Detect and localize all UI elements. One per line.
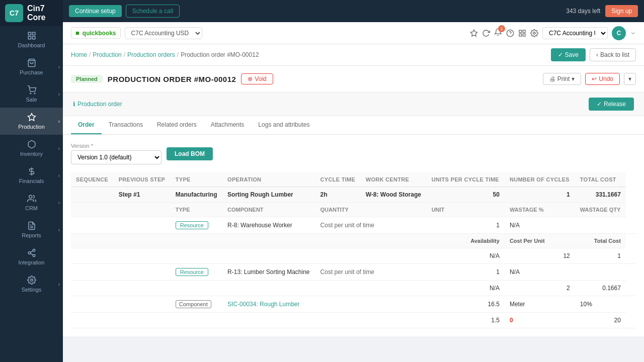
sidebar-item-integration[interactable]: Integration <box>0 243 63 270</box>
tab-order[interactable]: Order <box>71 116 102 134</box>
print-icon: 🖨 <box>549 75 555 82</box>
sub-header: ■ quickbooks C7C Accounting USD 1 C7C Ac… <box>63 22 644 44</box>
table-row: Resource R-13: Lumber Sorting Machine Co… <box>71 264 636 281</box>
breadcrumb-production-orders[interactable]: Production orders <box>127 51 175 58</box>
back-to-list-button[interactable]: ‹ Back to list <box>590 48 636 61</box>
breadcrumb-home[interactable]: Home <box>71 51 87 58</box>
user-chevron-icon[interactable] <box>630 30 636 36</box>
comp3-wastage-pct: 10% <box>575 296 626 313</box>
step-units-per-cycle: 50 <box>427 187 505 203</box>
th-total-cost: Total Cost <box>575 172 626 187</box>
sub-header-left: ■ quickbooks C7C Accounting USD <box>71 27 202 39</box>
tab-logs-attributes[interactable]: Logs and attributes <box>251 116 316 134</box>
sidebar-item-label: Settings <box>22 287 42 293</box>
step-operation: Sorting Rough Lumber <box>222 187 315 203</box>
svg-line-15 <box>30 253 33 255</box>
chevron-right-icon: › <box>58 282 60 287</box>
tab-attachments[interactable]: Attachments <box>204 116 252 134</box>
step-cycle-time: 2h <box>315 187 361 203</box>
comp-unit-header: Unit <box>427 203 505 217</box>
save-button[interactable]: ✓ Save <box>551 48 586 61</box>
comp3-quantity: 16.5 <box>427 296 505 313</box>
print-button[interactable]: 🖨 Print ▾ <box>543 73 582 85</box>
comp-unit: N/A <box>505 217 575 234</box>
sidebar-item-financials[interactable]: Financials › <box>0 162 63 189</box>
step-sequence <box>71 187 114 203</box>
signup-button[interactable]: Sign up <box>605 5 638 17</box>
sidebar-item-label: Reports <box>22 232 41 238</box>
svg-rect-0 <box>28 32 31 35</box>
tabs-row: Order Transactions Related orders Attach… <box>63 116 644 135</box>
save-check-icon: ✓ <box>558 51 563 58</box>
svg-rect-1 <box>32 32 35 35</box>
table-row: N/A 2 0.1667 <box>71 281 636 296</box>
undo-button[interactable]: ↩ Undo <box>585 73 620 85</box>
comp2-unit: N/A <box>505 264 575 281</box>
company-select[interactable]: C7C Accounting U... <box>542 27 608 39</box>
refresh-icon[interactable] <box>482 29 490 37</box>
grid-icon[interactable] <box>518 29 526 37</box>
continue-setup-button[interactable]: Continue setup <box>69 5 122 17</box>
tab-related-orders[interactable]: Related orders <box>150 116 204 134</box>
comp-quantity-header: Quantity <box>315 203 427 217</box>
sidebar-item-crm[interactable]: CRM › <box>0 189 63 216</box>
comp-component-header: Component <box>222 203 315 217</box>
sidebar-item-settings[interactable]: Settings › <box>0 270 63 298</box>
void-button[interactable]: ⊗ Void <box>241 73 273 84</box>
work-table: Sequence Previous Step Type Operation Cy… <box>71 172 636 328</box>
table-row: Type Component Quantity Unit Wastage % W… <box>71 203 636 217</box>
sidebar-item-sale[interactable]: Sale › <box>0 80 63 108</box>
help-icon[interactable] <box>506 29 514 37</box>
order-content: Version * Version 1.0 (default) Load BOM… <box>63 135 644 336</box>
sidebar-item-label: Purchase <box>20 69 43 75</box>
chevron-right-icon: › <box>58 92 60 97</box>
svg-rect-21 <box>519 30 522 33</box>
comp-wastage-pct-header: Wastage % <box>505 203 575 217</box>
comp-wastage-pct <box>575 217 626 234</box>
table-row: N/A 12 1 <box>71 248 636 264</box>
version-select[interactable]: Version 1.0 (default) <box>71 150 162 164</box>
version-label: Version * <box>71 143 162 149</box>
sidebar-item-label: Financials <box>19 178 44 184</box>
svg-point-17 <box>30 279 33 282</box>
sidebar-item-dashboard[interactable]: Dashboard <box>0 26 63 53</box>
accounting-select[interactable]: C7C Accounting USD <box>125 27 202 39</box>
production-order-link[interactable]: ℹ Production order <box>73 101 122 108</box>
production-order-header: Planned PRODUCTION ORDER #MO-00012 ⊗ Voi… <box>63 66 644 93</box>
svg-point-5 <box>30 93 31 94</box>
tab-transactions[interactable]: Transactions <box>102 116 150 134</box>
more-actions-button[interactable]: ▾ <box>624 73 636 85</box>
settings-small-icon[interactable] <box>530 29 538 37</box>
comp-cost-per-unit-r8: 12 <box>505 248 575 264</box>
th-sequence: Sequence <box>71 172 114 187</box>
star-icon[interactable] <box>470 29 478 37</box>
dashboard-icon <box>27 31 36 40</box>
breadcrumb-production[interactable]: Production <box>93 51 121 58</box>
th-previous-step: Previous Step <box>114 172 171 187</box>
release-button[interactable]: ✓ Release <box>589 98 634 111</box>
breadcrumb-row: Home / Production / Production orders / … <box>63 44 644 66</box>
schedule-call-button[interactable]: Schedule a call <box>126 5 180 18</box>
svg-point-9 <box>29 195 32 198</box>
load-bom-button[interactable]: Load BOM <box>167 147 213 160</box>
sidebar-item-label: Integration <box>19 259 45 265</box>
comp3-availability: 0 <box>510 317 513 324</box>
notification-count: 1 <box>498 25 505 32</box>
sidebar-item-reports[interactable]: Reports › <box>0 216 63 243</box>
notification-wrapper[interactable]: 1 <box>494 28 502 38</box>
breadcrumb: Home / Production / Production orders / … <box>71 51 259 58</box>
quickbooks-badge[interactable]: ■ quickbooks <box>71 27 121 39</box>
user-avatar[interactable]: C <box>612 26 626 40</box>
step-label: Step #1 <box>114 187 171 203</box>
sidebar-item-inventory[interactable]: Inventory › <box>0 135 63 162</box>
comp-wastage-qty-header: Wastage Qty <box>575 203 626 217</box>
chevron-right-icon: › <box>58 227 60 233</box>
svg-marker-7 <box>28 114 35 121</box>
sidebar-item-production[interactable]: Production › <box>0 108 63 135</box>
svg-point-13 <box>28 252 31 254</box>
chevron-right-icon: › <box>58 173 60 178</box>
chevron-right-icon: › <box>58 200 60 206</box>
sidebar-item-purchase[interactable]: Purchase › <box>0 53 63 80</box>
steps-panel: ℹ Production order ✓ Release <box>63 93 644 116</box>
table-row: Component SIC-00034: Rough Lumber 16.5 M… <box>71 296 636 313</box>
